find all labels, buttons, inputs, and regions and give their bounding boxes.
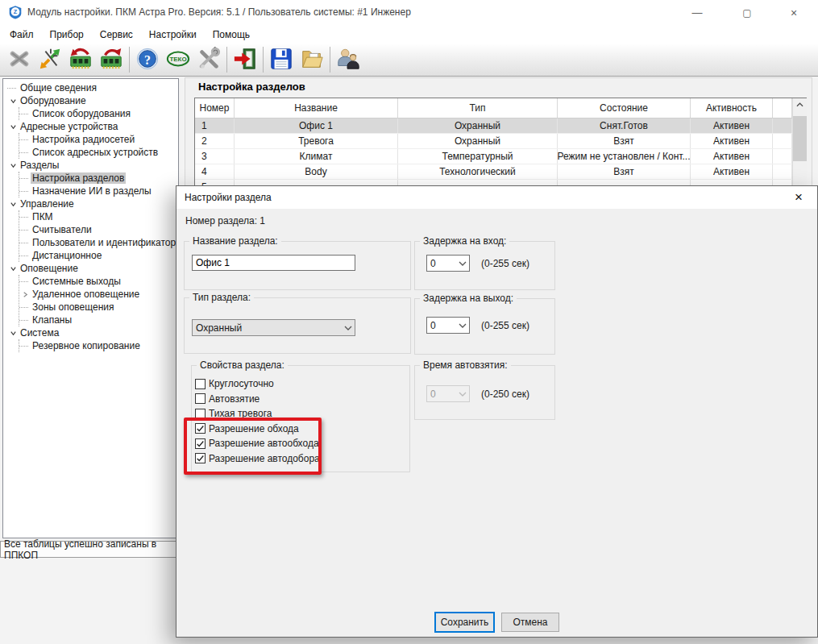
tree-item[interactable]: Управление — [7, 197, 178, 210]
write-device-icon — [99, 47, 123, 73]
toolbar-separator — [129, 47, 130, 73]
cancel-button[interactable]: Отмена — [501, 613, 559, 632]
help-button[interactable]: ? — [132, 45, 163, 74]
tree-item-label: Управление — [19, 198, 76, 210]
menu-item-сервис[interactable]: Сервис — [92, 27, 141, 43]
table-cell: Активен — [691, 149, 773, 164]
exit-delay-select[interactable]: 0 — [426, 317, 470, 334]
menu-item-настройки[interactable]: Настройки — [141, 27, 205, 43]
table-row[interactable]: 2ТревогаОхранныйВзятАктивен — [195, 134, 792, 149]
tree-connector — [19, 256, 28, 256]
entry-delay-select[interactable]: 0 — [426, 255, 470, 272]
tree-item[interactable]: Считыватели — [19, 223, 178, 236]
menu-item-помощь[interactable]: Помощь — [205, 27, 258, 43]
chevron-down-icon — [456, 323, 469, 328]
read-device-icon — [69, 47, 93, 73]
minimize-button[interactable]: — — [679, 0, 716, 25]
chevron-down-icon[interactable] — [7, 95, 19, 106]
entry-delay-hint: (0-255 сек) — [481, 258, 529, 269]
read-device-button[interactable] — [65, 45, 96, 74]
chevron-down-icon[interactable] — [7, 160, 19, 171]
exit-button[interactable] — [230, 45, 260, 74]
tree-connector — [19, 307, 28, 308]
tree-item[interactable]: Удаленное оповещение — [19, 288, 178, 301]
menu-item-файл[interactable]: Файл — [2, 27, 42, 43]
chevron-down-icon[interactable] — [7, 121, 19, 132]
table-header-row: НомерНазваниеТипСостояниеАктивность — [195, 98, 792, 118]
auto-arm-time-value: 0 — [427, 388, 456, 400]
checkbox-row: Круглосуточно — [195, 377, 409, 390]
scroll-up-icon[interactable] — [793, 98, 807, 111]
tree-item[interactable]: Адресные устройства — [7, 120, 178, 133]
chevron-right-icon[interactable] — [19, 289, 31, 300]
section-properties-group-label: Свойства раздела: — [197, 359, 288, 371]
section-name-group-label: Название раздела: — [189, 235, 281, 247]
tree-item-label: Удаленное оповещение — [31, 289, 141, 300]
save-button[interactable]: Сохранить — [434, 612, 495, 633]
chevron-down-icon[interactable] — [7, 198, 19, 210]
tree-item[interactable]: Список адресных устройств — [19, 146, 178, 159]
tree-item[interactable]: Оповещение — [7, 262, 178, 275]
column-header: Тип — [398, 98, 558, 118]
teko-logo-button[interactable]: ТЕКО — [163, 45, 193, 74]
tree-item[interactable]: Система — [7, 326, 178, 339]
tree-item[interactable]: ПКМ — [19, 210, 178, 223]
tree-item-label: Пользователи и идентификаторы — [31, 237, 179, 248]
tree-item[interactable]: Дистанционное — [19, 249, 178, 262]
column-header: Активность — [691, 98, 773, 118]
usb-connect-button[interactable] — [35, 45, 65, 74]
tools-button[interactable] — [193, 45, 224, 74]
table-cell: Климат — [235, 149, 398, 164]
tree-connector — [19, 281, 28, 282]
chevron-down-icon — [456, 261, 469, 266]
checkbox-label: Круглосуточно — [209, 378, 274, 389]
tree-item-label: Оборудование — [19, 95, 88, 106]
tree-item[interactable]: Общие сведения — [7, 81, 178, 94]
table-cell — [773, 164, 792, 179]
exit-delay-hint: (0-255 сек) — [481, 320, 529, 331]
table-cell: Охранный — [398, 134, 558, 148]
users-button[interactable] — [333, 45, 363, 74]
exit-delay-group-label: Задержка на выход: — [420, 293, 517, 304]
checkbox-unchecked[interactable] — [195, 393, 206, 404]
tree-item-label: Считыватели — [31, 224, 93, 235]
dialog-close-icon[interactable]: × — [790, 188, 808, 207]
column-header: Название — [235, 98, 398, 118]
tree-item[interactable]: Настройка разделов — [19, 172, 178, 185]
tree-item[interactable]: Пользователи и идентификаторы — [19, 236, 178, 249]
tree-item[interactable]: Назначение ИИ в разделы — [19, 185, 178, 197]
table-cell: 1 — [195, 118, 235, 133]
tree-item[interactable]: Зоны оповещения — [19, 301, 178, 314]
dialog-title: Настройки раздела — [185, 192, 272, 203]
tree-item[interactable]: Клапаны — [19, 314, 178, 326]
chevron-down-icon[interactable] — [7, 263, 19, 274]
table-row[interactable]: 4BodyТехнологическийВзятАктивен — [195, 164, 792, 180]
table-row[interactable]: 3КлиматТемпературныйРежим не установлен … — [195, 149, 792, 164]
chevron-down-icon[interactable] — [7, 327, 19, 339]
open-folder-button[interactable] — [297, 45, 327, 74]
tree-item-label: Дистанционное — [31, 250, 103, 261]
section-type-select[interactable]: Охранный — [192, 319, 355, 336]
table-scrollbar[interactable] — [792, 98, 807, 191]
column-header: Состояние — [558, 98, 691, 118]
tree-item[interactable]: Системные выходы — [19, 275, 178, 288]
table-row[interactable]: 1Офис 1ОхранныйСнят.ГотовАктивен — [195, 118, 792, 134]
section-name-input[interactable] — [192, 255, 355, 271]
scrollbar-thumb[interactable] — [793, 116, 807, 161]
save-button[interactable] — [266, 45, 297, 74]
disconnect-button[interactable] — [4, 45, 35, 74]
tree-item[interactable]: Настройка радиосетей — [19, 133, 178, 146]
maximize-button[interactable]: ▢ — [729, 0, 766, 25]
tree-item[interactable]: Резервное копирование — [19, 339, 178, 352]
tree-item[interactable]: Список оборудования — [19, 107, 178, 120]
tree-item-label: Адресные устройства — [19, 121, 119, 132]
checkbox-unchecked[interactable] — [195, 379, 206, 389]
write-device-button[interactable] — [96, 45, 127, 74]
tree-item[interactable]: Оборудование — [7, 94, 178, 107]
tree-connector — [19, 320, 28, 321]
table-cell: 4 — [195, 164, 235, 179]
menu-item-прибор[interactable]: Прибор — [42, 27, 92, 43]
tree-connector — [19, 217, 28, 218]
close-button[interactable]: × — [775, 0, 812, 25]
tree-item[interactable]: Разделы — [7, 159, 178, 172]
